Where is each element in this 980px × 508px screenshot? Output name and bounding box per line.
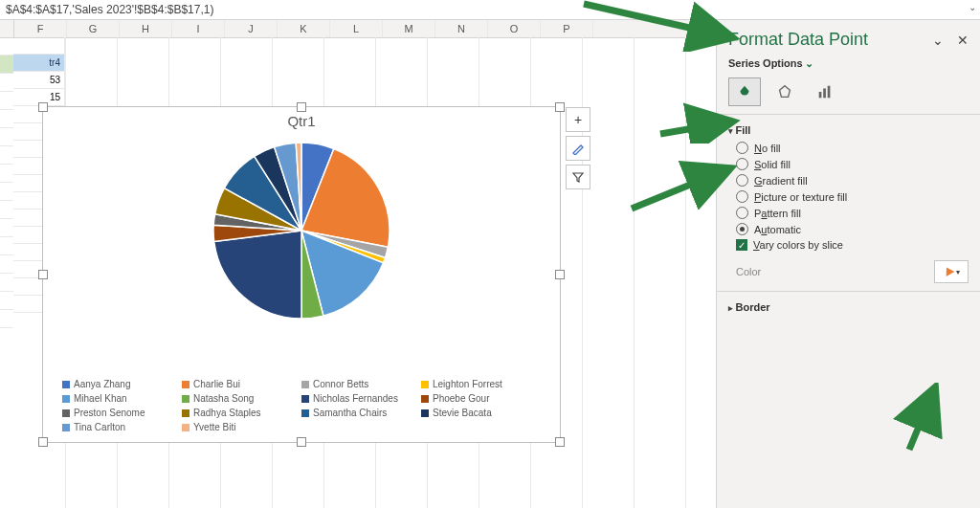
effects-tab[interactable]	[768, 77, 801, 106]
resize-handle[interactable]	[38, 270, 48, 279]
fill-section-header[interactable]: Fill	[728, 124, 969, 136]
format-data-point-pane: Format Data Point ⌄ ✕ Series Options⌄ Fi…	[716, 20, 980, 508]
legend-item[interactable]: Yvette Biti	[182, 422, 301, 432]
fill-line-tab[interactable]	[728, 77, 761, 106]
resize-handle[interactable]	[555, 270, 565, 279]
worksheet-area[interactable]: FGHIJKLMNOP tr45315981274430493601692007…	[0, 20, 716, 508]
resize-handle[interactable]	[38, 102, 48, 112]
collapse-pane-icon[interactable]: ⌄	[932, 33, 944, 48]
column-headers[interactable]: FGHIJKLMNOP	[0, 20, 716, 38]
svg-rect-2	[823, 88, 826, 98]
legend-item[interactable]: Aanya Zhang	[62, 379, 182, 389]
border-section-header[interactable]: Border	[728, 301, 969, 313]
chart-filter-button[interactable]	[566, 165, 590, 189]
legend-item[interactable]: Connor Betts	[301, 379, 421, 389]
formula-dropdown-icon[interactable]: ⌄	[969, 2, 976, 12]
svg-marker-0	[780, 86, 791, 98]
pane-title: Format Data Point	[728, 30, 868, 50]
legend-item[interactable]: Charlie Bui	[182, 379, 301, 389]
formula-bar[interactable]: $A$4:$A$17,'Sales 2023'!$B$4:$B$17,1) ⌄	[0, 0, 980, 20]
svg-rect-3	[828, 86, 831, 99]
pie-chart-object[interactable]: Qtr1 Aanya ZhangCharlie BuiConnor BettsL…	[42, 106, 561, 443]
legend-item[interactable]: Samantha Chairs	[301, 408, 421, 418]
picture-fill-radio[interactable]: Picture or texture fill	[736, 190, 969, 203]
formula-text: $A$4:$A$17,'Sales 2023'!$B$4:$B$17,1)	[6, 3, 213, 16]
pattern-fill-radio[interactable]: Pattern fill	[736, 207, 969, 219]
legend-item[interactable]: Mihael Khan	[62, 393, 182, 404]
legend-item[interactable]: Nicholas Fernandes	[301, 393, 421, 404]
vary-colors-checkbox[interactable]: ✓Vary colors by slice	[736, 239, 969, 251]
automatic-fill-radio[interactable]: Automatic	[736, 223, 969, 235]
fill-color-picker[interactable]: ▾	[934, 260, 969, 283]
resize-handle[interactable]	[38, 437, 48, 447]
legend-item[interactable]: Radhya Staples	[182, 408, 301, 418]
chart-elements-button[interactable]: +	[566, 107, 590, 132]
gradient-fill-radio[interactable]: Gradient fill	[736, 174, 969, 187]
resize-handle[interactable]	[555, 102, 565, 112]
solid-fill-radio[interactable]: Solid fill	[736, 158, 969, 170]
legend-item[interactable]: Phoebe Gour	[421, 393, 541, 404]
no-fill-radio[interactable]: No fill	[736, 142, 969, 154]
legend-item[interactable]: Preston Senome	[62, 408, 182, 418]
resize-handle[interactable]	[297, 437, 306, 447]
color-label: Color	[736, 266, 761, 277]
chart-styles-button[interactable]	[566, 136, 590, 161]
series-options-tab[interactable]	[809, 77, 841, 106]
legend-item[interactable]: Leighton Forrest	[421, 379, 541, 389]
resize-handle[interactable]	[297, 102, 306, 112]
chart-legend[interactable]: Aanya ZhangCharlie BuiConnor BettsLeight…	[43, 375, 560, 442]
series-options-dropdown[interactable]: Series Options⌄	[728, 57, 969, 70]
legend-item[interactable]: Natasha Song	[182, 393, 301, 404]
row-headers[interactable]	[0, 37, 13, 328]
resize-handle[interactable]	[555, 437, 565, 447]
svg-rect-1	[819, 92, 822, 98]
pie-plot[interactable]	[206, 135, 397, 326]
legend-item[interactable]: Tina Carlton	[62, 422, 182, 432]
close-pane-icon[interactable]: ✕	[957, 33, 969, 48]
legend-item[interactable]: Stevie Bacata	[421, 408, 541, 418]
